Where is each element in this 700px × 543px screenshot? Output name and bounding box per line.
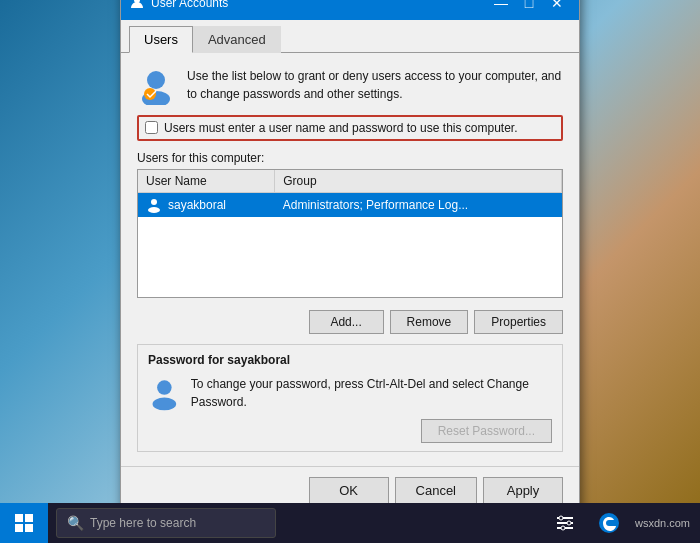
dialog-title-text: User Accounts: [151, 0, 228, 10]
users-table: User Name Group: [138, 170, 562, 297]
column-username: User Name: [138, 170, 275, 193]
table-header-row: User Name Group: [138, 170, 562, 193]
dialog-control-buttons: — □ ✕: [487, 0, 571, 14]
wsxdn-label: wsxdn.com: [635, 517, 690, 529]
empty-row-1: [138, 217, 562, 237]
search-placeholder-text: Type here to search: [90, 516, 196, 530]
svg-point-3: [144, 88, 156, 100]
taskbar: 🔍 Type here to search wsxdn.com: [0, 503, 700, 543]
svg-point-17: [561, 526, 565, 530]
dialog-title-icon: [129, 0, 145, 11]
empty-row-3: [138, 257, 562, 277]
dialog-titlebar: User Accounts — □ ✕: [121, 0, 579, 20]
password-checkbox-row: Users must enter a user name and passwor…: [137, 115, 563, 141]
start-button[interactable]: [0, 503, 48, 543]
user-name-content: sayakboral: [146, 197, 267, 213]
add-button[interactable]: Add...: [309, 310, 384, 334]
svg-point-6: [157, 380, 172, 395]
user-group-cell: Administrators; Performance Log...: [275, 192, 562, 217]
dialog-content: Use the list below to grant or deny user…: [121, 53, 579, 466]
password-section-title: Password for sayakboral: [148, 353, 552, 367]
tab-advanced[interactable]: Advanced: [193, 26, 281, 53]
password-checkbox-label[interactable]: Users must enter a user name and passwor…: [164, 121, 518, 135]
user-action-buttons: Add... Remove Properties: [137, 310, 563, 334]
windows-logo-icon: [15, 514, 33, 532]
users-section: Users for this computer: User Name Group: [137, 151, 563, 298]
user-accounts-dialog: User Accounts — □ ✕ Users Advanced: [120, 0, 580, 519]
users-table-container: User Name Group: [137, 169, 563, 298]
remove-button[interactable]: Remove: [390, 310, 469, 334]
password-checkbox[interactable]: [145, 121, 158, 134]
minimize-button[interactable]: —: [487, 0, 515, 14]
taskbar-search-bar[interactable]: 🔍 Type here to search: [56, 508, 276, 538]
user-name-cell: sayakboral: [138, 192, 275, 217]
column-group: Group: [275, 170, 562, 193]
users-section-label: Users for this computer:: [137, 151, 563, 165]
svg-rect-10: [15, 524, 23, 532]
svg-point-7: [153, 397, 177, 410]
password-text: To change your password, press Ctrl-Alt-…: [191, 375, 552, 411]
user-small-icon: [146, 197, 162, 213]
dialog-overlay: User Accounts — □ ✕ Users Advanced: [0, 0, 700, 503]
info-section: Use the list below to grant or deny user…: [137, 67, 563, 105]
empty-row-4: [138, 277, 562, 297]
svg-point-15: [559, 516, 563, 520]
ok-button[interactable]: OK: [309, 477, 389, 504]
microsoft-edge-icon: [598, 512, 620, 534]
svg-point-4: [151, 199, 157, 205]
taskbar-right-area: wsxdn.com: [547, 505, 700, 541]
reset-password-button[interactable]: Reset Password...: [421, 419, 552, 443]
edge-browser-icon[interactable]: [591, 505, 627, 541]
empty-row-2: [138, 237, 562, 257]
tab-users[interactable]: Users: [129, 26, 193, 53]
maximize-button[interactable]: □: [515, 0, 543, 14]
table-row[interactable]: sayakboral Administrators; Performance L…: [138, 192, 562, 217]
svg-rect-8: [15, 514, 23, 522]
apply-button[interactable]: Apply: [483, 477, 563, 504]
svg-point-5: [148, 207, 160, 213]
svg-point-1: [147, 71, 165, 89]
svg-rect-11: [25, 524, 33, 532]
password-user-icon: [148, 375, 181, 411]
cancel-button[interactable]: Cancel: [395, 477, 477, 504]
taskbar-settings-icon[interactable]: [547, 505, 583, 541]
close-button[interactable]: ✕: [543, 0, 571, 14]
search-icon: 🔍: [67, 515, 84, 531]
password-section: Password for sayakboral To change your p…: [137, 344, 563, 452]
password-info: To change your password, press Ctrl-Alt-…: [148, 375, 552, 411]
info-text: Use the list below to grant or deny user…: [187, 67, 563, 103]
reset-password-row: Reset Password...: [148, 419, 552, 443]
properties-button[interactable]: Properties: [474, 310, 563, 334]
tabs-bar: Users Advanced: [121, 20, 579, 53]
svg-point-16: [567, 521, 571, 525]
user-icon-large: [137, 67, 175, 105]
dialog-title-area: User Accounts: [129, 0, 228, 11]
svg-rect-9: [25, 514, 33, 522]
